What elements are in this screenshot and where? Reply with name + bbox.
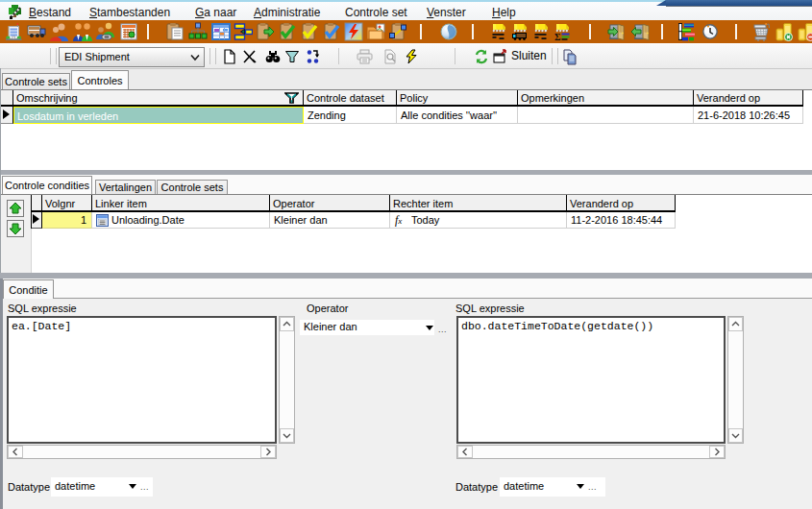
svg-text:Σ: Σ <box>554 32 561 42</box>
